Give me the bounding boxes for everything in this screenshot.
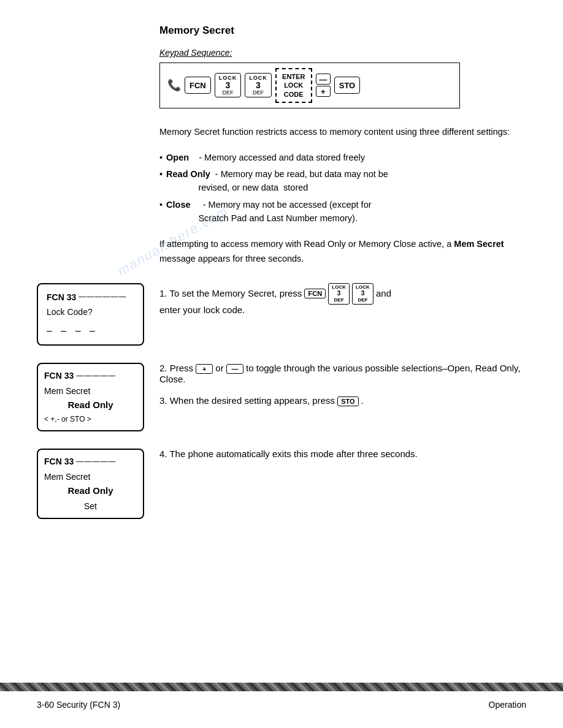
- step-2-row: FCN 33 ――――― Mem Secret Read Only < +,- …: [37, 363, 526, 431]
- plus-inline-key: +: [196, 364, 213, 374]
- fcn-key: FCN: [185, 77, 211, 94]
- keypad-section: Keypad Sequence: 📞 FCN LOCK 3 DEF LOCK 3…: [159, 48, 526, 108]
- lcd-content-2b: Read Only: [44, 398, 137, 412]
- step-number-4: 4.: [159, 449, 169, 459]
- lcd-dashes-bottom-1: – – – –: [47, 323, 134, 339]
- bullet-content-2: Read Only - Memory may be read, but data…: [166, 168, 526, 195]
- footer-left: 3-60 Security (FCN 3): [37, 700, 120, 710]
- bullet-content: Open - Memory accessed and data stored f…: [166, 151, 526, 165]
- lcd-header-1: FCN 33 ――――――: [47, 290, 134, 304]
- bottom-bar: [0, 683, 563, 691]
- keypad-label: Keypad Sequence:: [159, 48, 526, 58]
- lock3-key-1: LOCK 3 DEF: [215, 73, 242, 97]
- bullet-dot-3: •: [159, 199, 163, 226]
- bullet-dot: •: [159, 151, 163, 165]
- bullet-open: • Open - Memory accessed and data stored…: [159, 151, 526, 165]
- minus-key: —: [316, 74, 331, 85]
- step-number-2: 2.: [159, 363, 170, 373]
- lock3-key-2: LOCK 3 DEF: [245, 73, 272, 97]
- step-1-and: and: [376, 287, 391, 298]
- steps-container: FCN 33 ―――――― Lock Code? – – – – 1. To s…: [37, 283, 526, 520]
- lock3-inline-2: LOCK3DEF: [352, 283, 373, 305]
- bullet-term-2: Read Only: [166, 169, 210, 179]
- phone-icon: 📞: [167, 78, 181, 92]
- step-3-text-inner: 3. When the desired setting appears, pre…: [159, 395, 526, 406]
- step-1-row: FCN 33 ―――――― Lock Code? – – – – 1. To s…: [37, 283, 526, 346]
- lcd-content-3b: Read Only: [44, 483, 137, 498]
- lcd-header-2: FCN 33 ―――――: [44, 369, 137, 382]
- sto-key: STO: [334, 77, 361, 94]
- lcd-header-3: FCN 33 ―――――: [44, 455, 137, 468]
- lcd-box-3: FCN 33 ――――― Mem Secret Read Only Set: [37, 449, 144, 519]
- plus-key: +: [316, 86, 331, 97]
- enter-lock-code-box: ENTERLOCKCODE: [275, 68, 312, 103]
- lcd-title-2: FCN 33: [44, 369, 74, 382]
- lcd-content-1: Lock Code?: [47, 305, 134, 319]
- lcd-dashes-3: ―――――: [76, 456, 116, 468]
- description-text: Memory Secret function restricts access …: [159, 126, 526, 139]
- bullet-term: Open: [166, 153, 189, 162]
- sto-inline-key: STO: [337, 396, 358, 406]
- minus-inline-key: —: [226, 364, 243, 374]
- bullet-list: • Open - Memory accessed and data stored…: [159, 151, 526, 226]
- bullet-close: • Close - Memory may not be accessed (ex…: [159, 199, 526, 226]
- bullet-dot-2: •: [159, 168, 163, 195]
- step-number-3: 3.: [159, 395, 170, 406]
- page-footer: 3-60 Security (FCN 3) Operation: [37, 700, 526, 710]
- lcd-box-1: FCN 33 ―――――― Lock Code? – – – –: [37, 283, 144, 346]
- plus-minus-keys: — +: [316, 74, 331, 97]
- bullet-readonly: • Read Only - Memory may be read, but da…: [159, 168, 526, 195]
- step-number-1: 1.: [159, 287, 169, 298]
- footer-right: Operation: [489, 700, 526, 710]
- page-title: Memory Secret: [159, 25, 526, 37]
- bullet-content-3: Close - Memory may not be accessed (exce…: [166, 199, 526, 226]
- lcd-dashes-2: ―――――: [76, 370, 116, 382]
- lcd-content-2a: Mem Secret: [44, 384, 137, 398]
- lcd-display-2: FCN 33 ――――― Mem Secret Read Only < +,- …: [37, 363, 159, 431]
- lcd-content-3c: Set: [44, 499, 137, 513]
- mem-secret-bold: Mem Secret: [454, 239, 504, 249]
- step-4-row: FCN 33 ――――― Mem Secret Read Only Set 4.…: [37, 449, 526, 519]
- step-2-text-inner: 2. Press + or — to toggle through the va…: [159, 363, 526, 384]
- step-1-text: 1. To set the Memory Secret, press FCN L…: [159, 283, 526, 346]
- lock3-inline-1: LOCK3DEF: [328, 283, 350, 305]
- step-2-text: 2. Press + or — to toggle through the va…: [159, 363, 526, 431]
- lcd-title-3: FCN 33: [44, 455, 74, 468]
- lcd-dashes-1: ――――――: [79, 291, 126, 303]
- lcd-content-3a: Mem Secret: [44, 470, 137, 483]
- lcd-title-1: FCN 33: [47, 290, 76, 304]
- keypad-diagram: 📞 FCN LOCK 3 DEF LOCK 3 DEF ENTERLOCKCOD…: [159, 63, 460, 108]
- lcd-box-2: FCN 33 ――――― Mem Secret Read Only < +,- …: [37, 363, 144, 431]
- lcd-content-2c: < +,- or STO >: [44, 414, 137, 425]
- step-4-text: 4. The phone automatically exits this mo…: [159, 449, 526, 519]
- fcn-inline-key: FCN: [304, 289, 326, 298]
- warning-section: If attempting to access memory with Read…: [159, 237, 526, 265]
- lcd-display-1: FCN 33 ―――――― Lock Code? – – – –: [37, 283, 159, 346]
- bullet-term-3: Close: [166, 200, 191, 210]
- lcd-display-3: FCN 33 ――――― Mem Secret Read Only Set: [37, 449, 159, 519]
